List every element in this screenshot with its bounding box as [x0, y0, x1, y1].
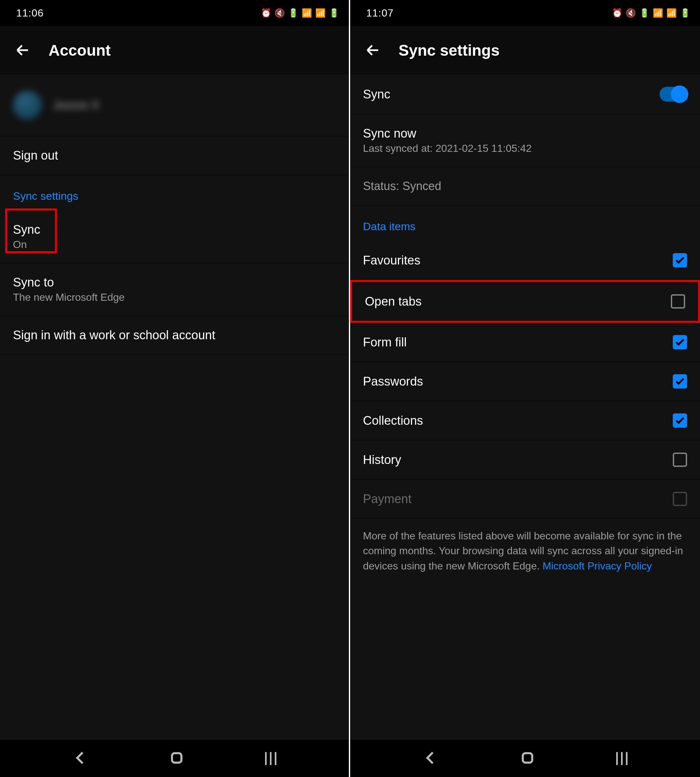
nav-home-button[interactable] [168, 750, 185, 767]
data-item-label: History [363, 453, 401, 467]
sync-to-row[interactable]: Sync to The new Microsoft Edge [0, 263, 349, 316]
checkbox[interactable] [671, 294, 685, 309]
sync-toggle[interactable] [660, 87, 687, 102]
privacy-policy-link[interactable]: Microsoft Privacy Policy [542, 560, 652, 572]
sync-status: On [13, 239, 336, 251]
sync-to-value: The new Microsoft Edge [13, 291, 336, 303]
mute-icon: 🔇 [625, 8, 636, 18]
wifi-icon: 📶 [302, 8, 312, 18]
sync-now-timestamp: Last synced at: 2021-02-15 11:05:42 [363, 142, 687, 154]
battery-icon: 🔋 [329, 8, 339, 18]
check-icon [675, 415, 685, 426]
status-time: 11:06 [16, 7, 44, 19]
home-icon [168, 750, 185, 766]
data-item-label: Form fill [363, 336, 407, 349]
data-item-row[interactable]: Favourites [350, 241, 700, 280]
nav-recent-button[interactable] [265, 752, 277, 765]
sign-out-label: Sign out [13, 149, 58, 162]
checkbox[interactable] [673, 453, 687, 467]
signal-icon: 📶 [666, 8, 677, 18]
avatar [13, 91, 42, 120]
checkbox[interactable] [673, 374, 687, 389]
data-item-row: Payment [350, 480, 700, 519]
sync-toggle-label: Sync [363, 87, 390, 101]
arrow-left-icon [15, 42, 31, 58]
status-icons: ⏰ 🔇 🔋 📶 📶 🔋 [261, 8, 339, 18]
mute-icon: 🔇 [275, 8, 285, 18]
sync-now-label: Sync now [363, 127, 687, 140]
sync-status-row: Status: Synced [350, 167, 700, 206]
nav-back-button[interactable] [423, 750, 439, 767]
chevron-left-icon [423, 750, 439, 766]
data-item-label: Collections [363, 414, 423, 428]
account-profile-row[interactable]: Jxxxxx X [0, 74, 349, 136]
battery-saver-icon: 🔋 [639, 8, 650, 18]
data-item-label: Payment [363, 492, 412, 506]
page-title: Account [48, 42, 111, 59]
status-bar: 11:06 ⏰ 🔇 🔋 📶 📶 🔋 [0, 0, 349, 26]
sync-settings-header: Sync settings [0, 175, 349, 211]
sync-status-text: Status: Synced [363, 179, 442, 193]
screenshot-account: 11:06 ⏰ 🔇 🔋 📶 📶 🔋 Account Jxxxxx X [0, 0, 350, 777]
sync-now-row[interactable]: Sync now Last synced at: 2021-02-15 11:0… [350, 114, 700, 167]
checkbox[interactable] [673, 335, 687, 349]
data-item-label: Favourites [363, 254, 420, 267]
home-icon [519, 750, 536, 766]
data-item-row[interactable]: Form fill [350, 323, 700, 362]
checkbox [673, 492, 687, 506]
status-time: 11:07 [366, 7, 394, 19]
data-item-row[interactable]: History [350, 440, 700, 480]
battery-saver-icon: 🔋 [288, 8, 298, 18]
data-item-row[interactable]: Collections [350, 401, 700, 440]
header: Account [0, 26, 349, 74]
nav-bar [0, 740, 349, 777]
data-items-header: Data items [350, 206, 700, 241]
check-icon [675, 376, 685, 387]
sync-toggle-row[interactable]: Sync [350, 74, 700, 114]
status-bar: 11:07 ⏰ 🔇 🔋 📶 📶 🔋 [350, 0, 700, 26]
back-button[interactable] [363, 40, 383, 60]
wifi-icon: 📶 [653, 8, 663, 18]
nav-recent-button[interactable] [616, 752, 628, 765]
nav-back-button[interactable] [72, 750, 89, 767]
signin-work-label: Sign in with a work or school account [13, 328, 215, 342]
check-icon [675, 255, 685, 266]
nav-bar [350, 740, 700, 777]
sync-label: Sync [13, 223, 336, 237]
status-icons: ⏰ 🔇 🔋 📶 📶 🔋 [612, 8, 690, 18]
screenshot-sync-settings: 11:07 ⏰ 🔇 🔋 📶 📶 🔋 Sync settings Sync [350, 0, 700, 777]
data-item-label: Open tabs [365, 295, 422, 309]
data-item-row[interactable]: Open tabs [350, 280, 700, 323]
sign-out-row[interactable]: Sign out [0, 136, 349, 175]
battery-icon: 🔋 [680, 8, 690, 18]
recent-bar-icon [265, 752, 267, 765]
signin-work-row[interactable]: Sign in with a work or school account [0, 316, 349, 355]
checkbox[interactable] [673, 413, 687, 428]
signal-icon: 📶 [315, 8, 325, 18]
page-title: Sync settings [399, 42, 500, 59]
nav-home-button[interactable] [519, 750, 536, 767]
data-item-label: Passwords [363, 374, 423, 389]
footer-text: More of the features listed above will b… [350, 519, 700, 593]
sync-to-label: Sync to [13, 276, 336, 289]
svg-rect-0 [172, 753, 182, 762]
header: Sync settings [350, 26, 700, 74]
alarm-icon: ⏰ [612, 8, 622, 18]
chevron-left-icon [72, 750, 89, 766]
sync-row[interactable]: Sync On [0, 211, 349, 263]
back-button[interactable] [13, 40, 32, 60]
checkbox[interactable] [673, 253, 687, 267]
recent-bar-icon [616, 752, 618, 765]
account-name: Jxxxxx X [53, 99, 99, 112]
arrow-left-icon [365, 42, 381, 58]
alarm-icon: ⏰ [261, 8, 271, 18]
svg-rect-1 [523, 753, 532, 762]
check-icon [675, 337, 685, 348]
data-item-row[interactable]: Passwords [350, 362, 700, 401]
